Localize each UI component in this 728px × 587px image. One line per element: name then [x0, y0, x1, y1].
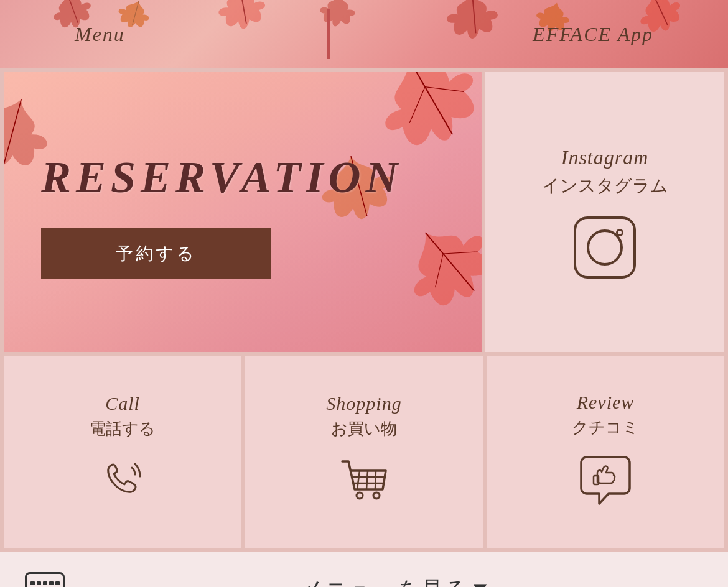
- keyboard-row-1: [30, 581, 60, 585]
- footer: メニューを見る▼: [0, 552, 728, 587]
- shopping-cell[interactable]: Shopping お買い物: [245, 356, 483, 548]
- key: [30, 581, 35, 585]
- svg-line-13: [357, 471, 360, 489]
- svg-line-12: [443, 236, 477, 269]
- reservation-section: RESERVATION 予約する: [4, 72, 482, 352]
- key: [43, 581, 47, 585]
- header: Menu EFFACE App: [0, 0, 728, 68]
- svg-line-5: [409, 72, 452, 134]
- bottom-grid: Call 電話する Shopping お買い物: [4, 356, 724, 548]
- instagram-title-jp: インスタグラム: [542, 174, 668, 198]
- call-title-en: Call: [105, 393, 140, 414]
- call-title-jp: 電話する: [90, 418, 156, 440]
- app-link[interactable]: EFFACE App: [533, 23, 653, 45]
- svg-point-18: [357, 492, 363, 499]
- svg-line-7: [425, 72, 464, 108]
- menu-see-link[interactable]: メニューを見る▼: [90, 575, 703, 588]
- reservation-title: RESERVATION: [41, 152, 403, 203]
- svg-line-6: [398, 87, 437, 123]
- svg-point-19: [373, 492, 380, 499]
- svg-line-8: [4, 99, 21, 166]
- instagram-title-en: Instagram: [561, 146, 649, 169]
- svg-rect-20: [594, 476, 599, 484]
- menu-link[interactable]: Menu: [75, 23, 125, 45]
- svg-line-3: [653, 0, 668, 25]
- menu-nav[interactable]: Menu: [0, 23, 125, 46]
- instagram-section[interactable]: Instagram インスタグラム: [485, 72, 724, 352]
- key: [49, 581, 54, 585]
- phone-icon: [98, 455, 147, 505]
- review-icon: [577, 454, 633, 507]
- key: [37, 581, 41, 585]
- svg-line-14: [366, 471, 368, 489]
- instagram-dot: [616, 229, 623, 236]
- svg-line-11: [422, 254, 456, 287]
- app-nav[interactable]: EFFACE App: [533, 23, 728, 46]
- main-grid: RESERVATION 予約する Instagram インスタグラム Call …: [0, 68, 728, 552]
- review-title-jp: クチコミ: [572, 417, 639, 438]
- review-title-en: Review: [577, 392, 635, 413]
- shopping-title-en: Shopping: [326, 393, 401, 414]
- svg-line-15: [375, 471, 376, 489]
- call-cell[interactable]: Call 電話する: [4, 356, 241, 548]
- svg-line-1: [133, 1, 139, 25]
- cart-icon: [336, 455, 392, 505]
- svg-line-0: [67, 0, 78, 23]
- keyboard-icon[interactable]: [25, 572, 65, 587]
- shopping-title-jp: お買い物: [331, 418, 397, 440]
- svg-line-2: [240, 0, 246, 24]
- instagram-icon[interactable]: [574, 216, 636, 279]
- svg-line-4: [472, 0, 476, 33]
- svg-line-10: [426, 233, 475, 291]
- reservation-button[interactable]: 予約する: [41, 228, 271, 279]
- header-divider: [327, 9, 330, 59]
- review-cell[interactable]: Review クチコミ: [487, 356, 724, 548]
- key: [55, 581, 60, 585]
